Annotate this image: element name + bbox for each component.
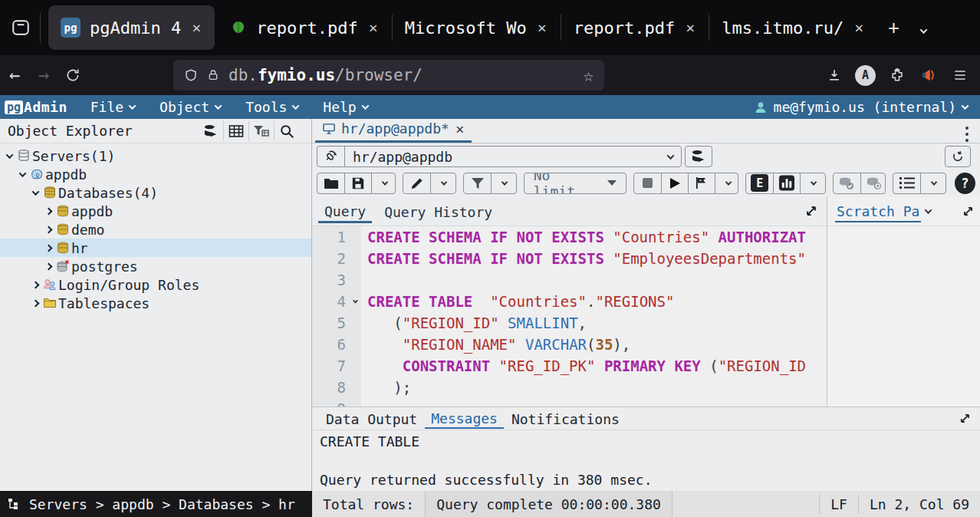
caret-down-icon[interactable] [29,190,41,196]
close-tab-icon[interactable]: × [190,18,202,37]
help-button[interactable]: ? [955,173,975,194]
expand-results-icon[interactable] [950,413,980,424]
tree-item-tablespaces[interactable]: Tablespaces [0,294,311,312]
downloads-icon[interactable] [820,61,848,90]
tab-data-output[interactable]: Data Output [320,410,423,428]
row-limit-select[interactable]: No limit [525,173,626,193]
execute-button[interactable] [661,173,688,193]
pgadmin-logo: pgAdmin [5,99,67,115]
stop-button[interactable] [634,173,661,193]
connect-database-icon[interactable] [198,121,223,141]
user-icon [754,100,768,114]
forward-button[interactable]: → [31,64,57,86]
tree-item-demo[interactable]: demo [0,220,311,239]
open-file-button[interactable] [317,173,344,193]
expand-editor-icon[interactable] [796,205,827,217]
tree-item-login-group-roles[interactable]: Login/Group Roles [0,275,311,294]
close-tab-icon[interactable]: × [684,18,696,37]
rollback-button[interactable] [860,173,886,193]
explain-chevron[interactable] [800,173,825,193]
execute-chevron[interactable] [715,173,738,193]
shield-icon[interactable] [184,68,198,83]
bookmark-star-icon[interactable]: ☆ [584,66,594,85]
caret-down-icon[interactable] [3,153,15,159]
url-text[interactable]: db.fymio.us/browser/ [229,66,574,84]
commit-button[interactable] [834,173,860,193]
firefox-view-icon[interactable] [8,15,34,41]
menu-object[interactable]: Object [147,95,233,119]
browser-tab[interactable]: report.pdf× [218,5,392,50]
tree-item-appdb[interactable]: appdb [0,202,311,220]
search-objects-icon[interactable] [274,121,299,141]
explain-analyze-button[interactable] [773,173,800,193]
caret-down-icon[interactable] [16,172,28,177]
sql-editor[interactable]: 123456789 CREATE SCHEMA IF NOT EXISTS "C… [312,226,827,407]
tree-item-postgres[interactable]: postgres [0,257,311,275]
caret-right-icon[interactable] [42,209,54,214]
filter-button[interactable] [464,173,491,193]
save-options-chevron[interactable] [371,173,396,193]
new-connection-button[interactable] [685,146,712,167]
browser-tab[interactable]: Microsoft Wo× [393,5,561,50]
caret-right-icon[interactable] [42,227,54,232]
back-button[interactable]: ← [2,64,28,86]
chevron-down-icon[interactable] [925,206,932,214]
tab-query-history[interactable]: Query History [378,200,498,222]
editor-code[interactable]: CREATE SCHEMA IF NOT EXISTS "Countries" … [361,226,827,407]
tab-notifications[interactable]: Notifications [505,410,626,428]
account-icon[interactable]: A [851,61,880,90]
tree-item-label: demo [71,222,104,238]
reload-button[interactable] [60,68,86,83]
tab-messages[interactable]: Messages [425,409,504,429]
view-data-grid-icon[interactable] [223,121,248,141]
reset-layout-button[interactable] [945,146,971,167]
caret-right-icon[interactable] [42,264,54,269]
menu-tools[interactable]: Tools [233,95,311,119]
list-tabs-button[interactable] [910,17,937,38]
extension-megaphone-icon[interactable] [914,61,942,90]
edit-options-chevron[interactable] [430,173,456,193]
close-tab-icon[interactable]: × [367,18,380,37]
tree-item-servers-1-[interactable]: Servers(1) [0,147,311,165]
query-tool-doc-tab[interactable]: hr/app@appdb* × [315,120,472,143]
tree-item-hr[interactable]: hr [0,239,311,257]
macros-chevron[interactable] [920,173,946,193]
menu-file[interactable]: File [78,95,147,119]
connection-status-plug-icon[interactable] [317,147,345,166]
scratch-pad-textarea[interactable] [827,226,980,407]
filter-options-chevron[interactable] [491,173,517,193]
url-bar[interactable]: db.fymio.us/browser/ ☆ [173,60,604,91]
tab-query[interactable]: Query [318,199,372,223]
caret-right-icon[interactable] [29,282,41,288]
close-tab-icon[interactable]: × [853,18,865,37]
tree-item-label: postgres [71,258,138,275]
expand-scratch-icon[interactable] [956,206,980,217]
browser-tab[interactable]: pgpgAdmin 4× [48,5,215,50]
execute-options-flag-button[interactable] [688,173,715,193]
fold-caret-icon[interactable] [349,291,361,312]
save-file-button[interactable] [344,173,371,193]
connection-select[interactable]: hr/app@appdb [345,147,681,166]
close-tab-icon[interactable]: × [455,120,464,137]
edit-button[interactable] [403,173,430,193]
query-tool-panel: hr/app@appdb* × hr/app@appdb [312,119,980,491]
menu-help[interactable]: Help [311,95,380,119]
close-tab-icon[interactable]: × [536,18,548,37]
filtered-rows-icon[interactable] [248,121,274,141]
line-number: 6 [312,334,361,355]
browser-tab[interactable]: lms.itmo.ru/× [709,5,877,50]
caret-right-icon[interactable] [42,245,54,251]
menu-hamburger-icon[interactable] [945,61,974,90]
tree-item-appdb[interactable]: appdb [0,165,311,183]
caret-right-icon[interactable] [29,301,41,306]
browser-tab[interactable]: report.pdf× [561,5,709,50]
dropdown-triangle-icon [607,180,617,186]
tree-item-databases-4-[interactable]: Databases(4) [0,183,311,202]
user-menu[interactable]: me@fymio.us (internal) [754,99,980,115]
new-tab-button[interactable]: + [877,17,909,38]
explain-button[interactable]: E [746,173,773,193]
extensions-puzzle-icon[interactable] [883,61,911,90]
tab-scratch-pad[interactable]: Scratch Pa [835,199,921,222]
macros-list-button[interactable] [893,173,920,193]
more-options-icon[interactable] [954,126,980,143]
